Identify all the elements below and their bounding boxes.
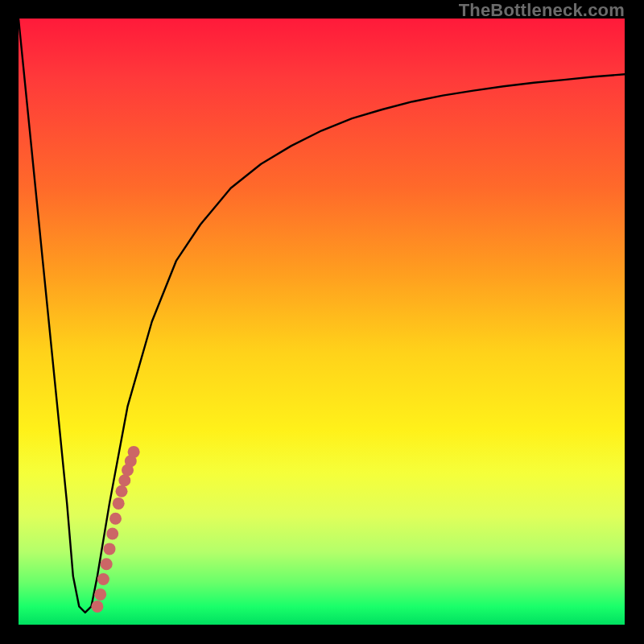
marker-dot xyxy=(101,558,113,570)
marker-dot xyxy=(116,485,128,497)
chart-svg xyxy=(19,19,625,625)
marker-dot xyxy=(97,573,109,585)
marker-dot xyxy=(109,513,122,525)
watermark-label: TheBottleneck.com xyxy=(459,0,625,21)
marker-dot xyxy=(106,528,118,540)
marker-dot xyxy=(104,543,116,555)
curve-line xyxy=(19,19,625,613)
marker-dot xyxy=(128,446,140,458)
marker-dot xyxy=(118,474,130,486)
marker-dot xyxy=(94,588,106,601)
marker-dot xyxy=(91,601,103,613)
marker-dot xyxy=(113,497,125,510)
